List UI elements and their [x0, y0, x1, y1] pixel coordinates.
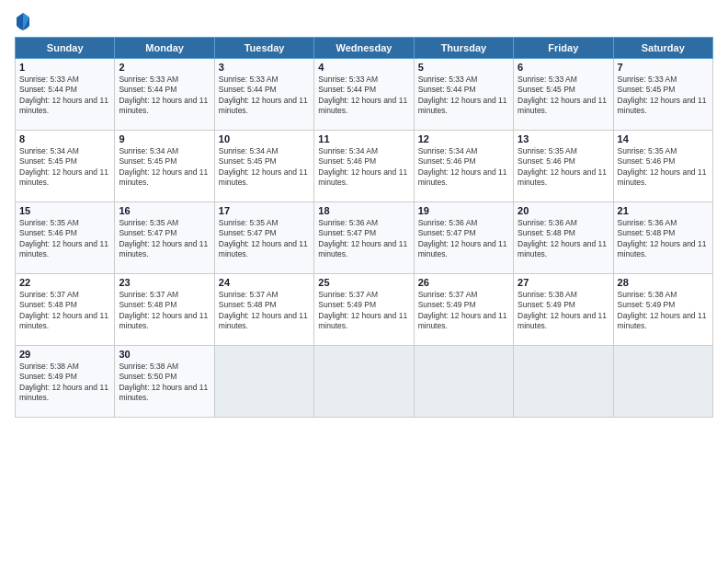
day-number: 16 [119, 205, 210, 216]
day-cell: 17 Sunrise: 5:35 AMSunset: 5:47 PMDaylig… [214, 202, 313, 274]
day-cell: 20 Sunrise: 5:36 AMSunset: 5:48 PMDaylig… [514, 202, 613, 274]
day-number: 23 [119, 277, 210, 288]
header-row [15, 11, 713, 31]
day-detail: Sunrise: 5:37 AMSunset: 5:49 PMDaylight:… [318, 290, 407, 330]
col-header-thursday: Thursday [414, 38, 513, 59]
week-row-5: 29 Sunrise: 5:38 AMSunset: 5:49 PMDaylig… [16, 346, 713, 418]
day-cell: 1 Sunrise: 5:33 AMSunset: 5:44 PMDayligh… [16, 59, 115, 131]
day-number: 1 [19, 62, 110, 73]
day-number: 19 [418, 205, 509, 216]
day-cell: 14 Sunrise: 5:35 AMSunset: 5:46 PMDaylig… [613, 131, 712, 202]
day-number: 5 [418, 62, 509, 73]
day-detail: Sunrise: 5:35 AMSunset: 5:47 PMDaylight:… [219, 218, 308, 259]
day-detail: Sunrise: 5:33 AMSunset: 5:44 PMDaylight:… [19, 75, 108, 115]
day-detail: Sunrise: 5:37 AMSunset: 5:48 PMDaylight:… [219, 290, 308, 330]
day-number: 6 [518, 62, 609, 73]
day-detail: Sunrise: 5:35 AMSunset: 5:46 PMDaylight:… [19, 218, 108, 259]
day-cell [414, 346, 513, 418]
col-header-tuesday: Tuesday [214, 38, 313, 59]
day-detail: Sunrise: 5:38 AMSunset: 5:49 PMDaylight:… [518, 290, 607, 330]
page: SundayMondayTuesdayWednesdayThursdayFrid… [0, 0, 728, 563]
week-row-3: 15 Sunrise: 5:35 AMSunset: 5:46 PMDaylig… [16, 202, 713, 274]
day-cell [613, 346, 712, 418]
day-detail: Sunrise: 5:38 AMSunset: 5:50 PMDaylight:… [119, 362, 208, 402]
day-cell: 27 Sunrise: 5:38 AMSunset: 5:49 PMDaylig… [514, 274, 613, 346]
day-detail: Sunrise: 5:33 AMSunset: 5:44 PMDaylight:… [418, 75, 507, 115]
col-header-friday: Friday [514, 38, 613, 59]
day-number: 24 [219, 277, 310, 288]
day-detail: Sunrise: 5:34 AMSunset: 5:45 PMDaylight:… [119, 146, 208, 187]
day-number: 30 [119, 349, 210, 360]
day-number: 12 [418, 133, 509, 144]
header-row-days: SundayMondayTuesdayWednesdayThursdayFrid… [16, 38, 713, 59]
day-cell: 22 Sunrise: 5:37 AMSunset: 5:48 PMDaylig… [16, 274, 115, 346]
day-number: 27 [518, 277, 609, 288]
day-cell: 11 Sunrise: 5:34 AMSunset: 5:46 PMDaylig… [314, 131, 414, 202]
day-cell: 16 Sunrise: 5:35 AMSunset: 5:47 PMDaylig… [115, 202, 214, 274]
logo-icon [15, 11, 31, 31]
week-row-2: 8 Sunrise: 5:34 AMSunset: 5:45 PMDayligh… [16, 131, 713, 202]
day-cell: 18 Sunrise: 5:36 AMSunset: 5:47 PMDaylig… [314, 202, 414, 274]
day-detail: Sunrise: 5:33 AMSunset: 5:44 PMDaylight:… [119, 75, 208, 115]
day-number: 26 [418, 277, 509, 288]
day-number: 8 [19, 133, 110, 144]
day-cell: 25 Sunrise: 5:37 AMSunset: 5:49 PMDaylig… [314, 274, 414, 346]
day-cell: 13 Sunrise: 5:35 AMSunset: 5:46 PMDaylig… [514, 131, 613, 202]
day-number: 13 [518, 133, 609, 144]
day-detail: Sunrise: 5:34 AMSunset: 5:45 PMDaylight:… [219, 146, 308, 187]
day-cell: 26 Sunrise: 5:37 AMSunset: 5:49 PMDaylig… [414, 274, 513, 346]
day-cell: 24 Sunrise: 5:37 AMSunset: 5:48 PMDaylig… [214, 274, 313, 346]
day-detail: Sunrise: 5:37 AMSunset: 5:48 PMDaylight:… [19, 290, 108, 330]
day-cell: 8 Sunrise: 5:34 AMSunset: 5:45 PMDayligh… [16, 131, 115, 202]
day-cell: 6 Sunrise: 5:33 AMSunset: 5:45 PMDayligh… [514, 59, 613, 131]
day-number: 4 [318, 62, 409, 73]
day-number: 29 [19, 349, 110, 360]
day-detail: Sunrise: 5:35 AMSunset: 5:46 PMDaylight:… [518, 146, 607, 187]
day-cell: 5 Sunrise: 5:33 AMSunset: 5:44 PMDayligh… [414, 59, 513, 131]
day-number: 3 [219, 62, 310, 73]
day-cell: 23 Sunrise: 5:37 AMSunset: 5:48 PMDaylig… [115, 274, 214, 346]
day-detail: Sunrise: 5:36 AMSunset: 5:48 PMDaylight:… [618, 218, 707, 259]
day-cell: 12 Sunrise: 5:34 AMSunset: 5:46 PMDaylig… [414, 131, 513, 202]
day-detail: Sunrise: 5:35 AMSunset: 5:47 PMDaylight:… [119, 218, 208, 259]
col-header-wednesday: Wednesday [314, 38, 414, 59]
day-cell: 29 Sunrise: 5:38 AMSunset: 5:49 PMDaylig… [16, 346, 115, 418]
day-detail: Sunrise: 5:37 AMSunset: 5:48 PMDaylight:… [119, 290, 208, 330]
day-detail: Sunrise: 5:34 AMSunset: 5:45 PMDaylight:… [19, 146, 108, 187]
day-detail: Sunrise: 5:33 AMSunset: 5:45 PMDaylight:… [618, 75, 707, 115]
day-detail: Sunrise: 5:36 AMSunset: 5:47 PMDaylight:… [418, 218, 507, 259]
day-number: 20 [518, 205, 609, 216]
day-cell: 3 Sunrise: 5:33 AMSunset: 5:44 PMDayligh… [214, 59, 313, 131]
day-cell [514, 346, 613, 418]
calendar-table: SundayMondayTuesdayWednesdayThursdayFrid… [15, 37, 713, 418]
day-detail: Sunrise: 5:37 AMSunset: 5:49 PMDaylight:… [418, 290, 507, 330]
day-detail: Sunrise: 5:34 AMSunset: 5:46 PMDaylight:… [318, 146, 407, 187]
day-detail: Sunrise: 5:36 AMSunset: 5:47 PMDaylight:… [318, 218, 407, 259]
day-detail: Sunrise: 5:38 AMSunset: 5:49 PMDaylight:… [19, 362, 108, 402]
day-cell: 21 Sunrise: 5:36 AMSunset: 5:48 PMDaylig… [613, 202, 712, 274]
logo [15, 11, 35, 31]
day-cell: 4 Sunrise: 5:33 AMSunset: 5:44 PMDayligh… [314, 59, 414, 131]
day-cell: 10 Sunrise: 5:34 AMSunset: 5:45 PMDaylig… [214, 131, 313, 202]
day-number: 9 [119, 133, 210, 144]
day-number: 11 [318, 133, 409, 144]
day-detail: Sunrise: 5:35 AMSunset: 5:46 PMDaylight:… [618, 146, 707, 187]
day-number: 15 [19, 205, 110, 216]
day-number: 28 [618, 277, 709, 288]
day-number: 10 [219, 133, 310, 144]
day-number: 17 [219, 205, 310, 216]
day-detail: Sunrise: 5:33 AMSunset: 5:44 PMDaylight:… [219, 75, 308, 115]
day-cell [314, 346, 414, 418]
col-header-monday: Monday [115, 38, 214, 59]
day-cell: 28 Sunrise: 5:38 AMSunset: 5:49 PMDaylig… [613, 274, 712, 346]
day-cell: 19 Sunrise: 5:36 AMSunset: 5:47 PMDaylig… [414, 202, 513, 274]
day-detail: Sunrise: 5:33 AMSunset: 5:44 PMDaylight:… [318, 75, 407, 115]
day-detail: Sunrise: 5:36 AMSunset: 5:48 PMDaylight:… [518, 218, 607, 259]
day-number: 22 [19, 277, 110, 288]
day-number: 14 [618, 133, 709, 144]
day-detail: Sunrise: 5:33 AMSunset: 5:45 PMDaylight:… [518, 75, 607, 115]
day-detail: Sunrise: 5:38 AMSunset: 5:49 PMDaylight:… [618, 290, 707, 330]
day-number: 25 [318, 277, 409, 288]
day-cell [214, 346, 313, 418]
week-row-1: 1 Sunrise: 5:33 AMSunset: 5:44 PMDayligh… [16, 59, 713, 131]
